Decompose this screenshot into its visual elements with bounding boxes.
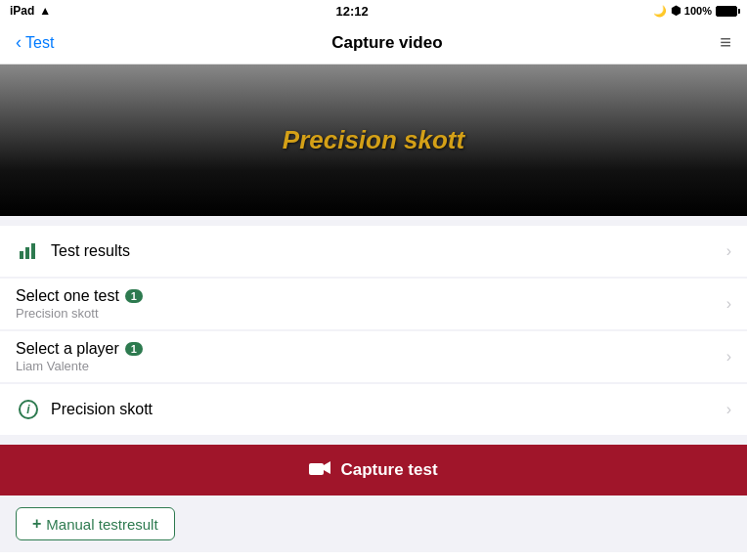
svg-rect-2 bbox=[31, 243, 35, 259]
upload-section: No content to upload 0 bbox=[0, 552, 747, 560]
chevron-icon: › bbox=[726, 401, 731, 418]
hero-banner: Precision skott bbox=[0, 65, 747, 216]
back-button[interactable]: ‹ Test bbox=[16, 32, 54, 53]
status-time: 12:12 bbox=[335, 4, 368, 19]
info-icon: i bbox=[16, 400, 41, 419]
select-test-badge: 1 bbox=[125, 289, 143, 303]
camera-icon bbox=[309, 460, 330, 481]
info-row[interactable]: i Precision skott › bbox=[0, 384, 747, 435]
info-row-section: i Precision skott › bbox=[0, 384, 747, 435]
battery-label: 100% bbox=[684, 5, 712, 17]
info-row-label: Precision skott bbox=[51, 401, 719, 418]
battery-icon bbox=[716, 6, 737, 17]
hero-title: Precision skott bbox=[283, 125, 464, 155]
select-player-subtitle: Liam Valente bbox=[16, 359, 719, 373]
svg-marker-4 bbox=[324, 461, 330, 474]
back-label: Test bbox=[25, 34, 54, 52]
main-content: Test results › Select one test 1 Precisi… bbox=[0, 226, 747, 560]
status-right: 🌙 ⬢ 100% bbox=[653, 4, 737, 18]
svg-rect-1 bbox=[25, 247, 29, 259]
back-icon: ‹ bbox=[16, 32, 22, 53]
svg-rect-0 bbox=[20, 251, 23, 259]
wifi-icon: ▲ bbox=[39, 4, 51, 18]
bluetooth-icon: ⬢ bbox=[671, 4, 681, 18]
device-label: iPad bbox=[10, 4, 34, 18]
moon-icon: 🌙 bbox=[653, 5, 667, 18]
select-test-row[interactable]: Select one test 1 Precision skott › bbox=[0, 279, 747, 329]
capture-test-button[interactable]: Capture test bbox=[0, 445, 747, 495]
info-row-content: Precision skott bbox=[51, 401, 719, 418]
manual-btn-wrap: + Manual testresult bbox=[0, 495, 747, 552]
test-results-row[interactable]: Test results › bbox=[0, 226, 747, 277]
page-title: Capture video bbox=[331, 33, 442, 53]
select-player-content: Select a player 1 Liam Valente bbox=[16, 340, 719, 373]
test-results-content: Test results bbox=[51, 242, 719, 260]
chevron-icon: › bbox=[726, 242, 731, 260]
status-left: iPad ▲ bbox=[10, 4, 51, 18]
menu-button[interactable]: ≡ bbox=[720, 31, 731, 54]
chevron-icon: › bbox=[726, 348, 731, 366]
select-player-badge: 1 bbox=[125, 342, 143, 356]
test-results-label: Test results bbox=[51, 242, 719, 260]
status-bar: iPad ▲ 12:12 🌙 ⬢ 100% bbox=[0, 0, 747, 22]
chevron-icon: › bbox=[726, 295, 731, 313]
upload-row: No content to upload 0 bbox=[0, 552, 747, 560]
test-results-section: Test results › bbox=[0, 226, 747, 277]
select-test-label: Select one test 1 bbox=[16, 287, 719, 305]
select-test-subtitle: Precision skott bbox=[16, 306, 719, 321]
manual-testresult-label: Manual testresult bbox=[46, 516, 157, 533]
svg-rect-3 bbox=[309, 463, 324, 475]
manual-testresult-button[interactable]: + Manual testresult bbox=[16, 507, 175, 540]
select-test-content: Select one test 1 Precision skott bbox=[16, 287, 719, 321]
bar-chart-icon bbox=[16, 241, 41, 261]
select-player-label: Select a player 1 bbox=[16, 340, 719, 358]
nav-bar: ‹ Test Capture video ≡ bbox=[0, 22, 747, 65]
plus-icon: + bbox=[32, 515, 41, 533]
select-player-row[interactable]: Select a player 1 Liam Valente › bbox=[0, 331, 747, 382]
capture-test-label: Capture test bbox=[340, 460, 437, 480]
select-test-section: Select one test 1 Precision skott › bbox=[0, 279, 747, 329]
select-player-section: Select a player 1 Liam Valente › bbox=[0, 331, 747, 382]
